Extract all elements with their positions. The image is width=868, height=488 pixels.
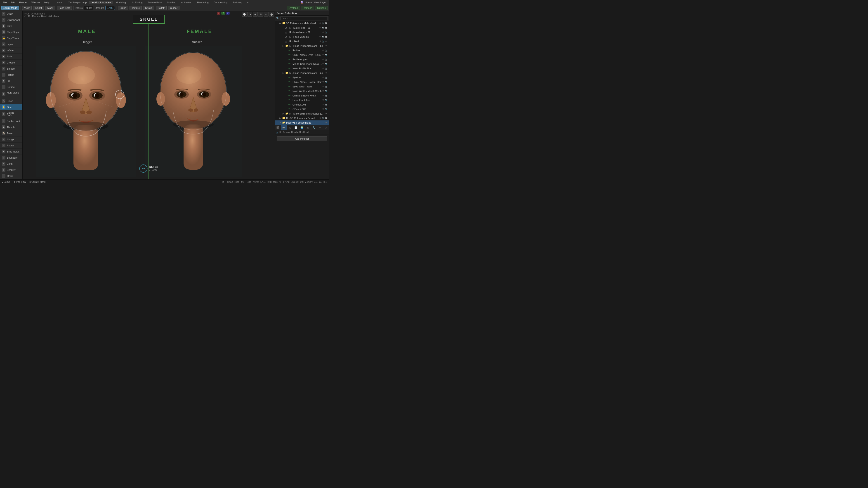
obj-props-tab[interactable]: ◉ [305, 125, 311, 130]
item-head-profile-tips[interactable]: ✏ Head Profile Tips 👁 📷 [275, 66, 329, 71]
falloff-btn[interactable]: Falloff [156, 6, 166, 10]
sculpt-mode-selector[interactable]: Sculpt Mode [1, 6, 19, 10]
tab-add[interactable]: + [245, 1, 251, 4]
options-btn[interactable]: Options [315, 6, 328, 10]
add-modifier-btn[interactable]: Add Modifier [277, 136, 327, 141]
vp-xray-btn[interactable]: □ [264, 12, 269, 17]
vp-render-btn[interactable]: ◕ [253, 12, 258, 17]
item-r-male-skull-muscles[interactable]: ▶ 📁 R - Male Skull and Muscles Em... 👁 [275, 111, 329, 116]
scene-props-tab[interactable]: 🎬 [275, 125, 281, 130]
tab-yansculpts-cmp[interactable]: YanSculpts_cmp [66, 1, 89, 4]
tool-multiplane[interactable]: ⊞ Multi-plane ... [0, 90, 22, 98]
collection-male-vs-female[interactable]: ▼ 📁 Male VS Female Head 👁 [275, 121, 329, 125]
collection-r-head-props[interactable]: ▶ 📁 R - Head Proportions and Tips 👁 [275, 43, 329, 48]
tool-clay-strips[interactable]: ▤ Clay Strips [0, 29, 22, 35]
particles-tab[interactable]: ✦ [317, 125, 323, 130]
menu-window[interactable]: Window [30, 1, 42, 4]
menu-file[interactable]: File [1, 1, 8, 4]
tool-draw-face[interactable]: ⬡ Draw Face ... [0, 179, 22, 180]
stroke-btn[interactable]: Stroke [143, 6, 154, 10]
render-props-tab[interactable]: 📷 [281, 125, 287, 130]
tab-compositing[interactable]: Compositing [211, 1, 230, 4]
tool-crease[interactable]: ∧ Crease [0, 60, 22, 66]
cursor-btn[interactable]: Cursor [168, 6, 180, 10]
vp-mat-btn[interactable]: ◑ [247, 12, 252, 17]
brush-btn[interactable]: Brush [118, 6, 128, 10]
item-r-skull[interactable]: △ R - Skull 👁 📷 18 [275, 39, 329, 43]
tool-clay-thumb[interactable]: 👍 Clay Thumb [0, 35, 22, 41]
strength-value[interactable]: 0.400 [105, 6, 115, 10]
item-r-male-head-02[interactable]: △ R - Male Head - 02 👁 📷 [275, 30, 329, 35]
item-head-front-tips[interactable]: ✏ Head Front Tips 👁 📷 [275, 98, 329, 102]
collection-3d-ref-male[interactable]: ▶ 📁 3D Reference - Male Head 👁 📷 🔘 [275, 21, 329, 26]
physics-tab[interactable]: ⚗ [323, 125, 329, 130]
tool-scrape[interactable]: ⋯ Scrape [0, 84, 22, 90]
tab-layout[interactable]: Layout [54, 1, 66, 4]
modifier-props-tab[interactable]: 🔧 [311, 125, 317, 130]
item-r-face-muscles[interactable]: △ R - Face Muscles 👁 📷 🔘 [275, 35, 329, 39]
texture-btn[interactable]: Texture [129, 6, 142, 10]
view-btn[interactable]: View [22, 6, 32, 10]
view-layer-props-tab[interactable]: 📑 [293, 125, 299, 130]
tab-animation[interactable]: Animation [179, 1, 194, 4]
tool-snake-hook[interactable]: ↗ Snake Hook [0, 118, 22, 124]
item-nose-width[interactable]: ✏ Nose Width - Mouth Width 👁 📷 [275, 89, 329, 93]
tool-blob[interactable]: ● Blob [0, 54, 22, 60]
mask-btn[interactable]: Mask [45, 6, 55, 10]
tool-pose[interactable]: 🦴 Pose [0, 130, 22, 136]
tool-layer[interactable]: ≡ Layer [0, 41, 22, 47]
tool-rotate[interactable]: ↻ Rotate [0, 142, 22, 149]
axis-x-btn[interactable]: X [217, 12, 221, 15]
tool-fill[interactable]: ▼ Fill [0, 78, 22, 84]
item-profile-angles[interactable]: ✏ Profile Angles 👁 📷 [275, 57, 329, 62]
tool-draw-sharp[interactable]: ✏ Draw Sharp [0, 17, 22, 23]
item-eyes-width-ears[interactable]: ✏ Eyes Width - Ears 👁 📷 [275, 84, 329, 89]
world-props-tab[interactable]: 🌍 [299, 125, 305, 130]
tool-simplify[interactable]: ◈ Simplify [0, 167, 22, 173]
tool-cloth[interactable]: ≋ Cloth [0, 161, 22, 167]
item-chin-neck[interactable]: ✏ Chin and Neck Width 👁 📷 [275, 93, 329, 98]
vp-sphere-btn[interactable]: ⚪ [242, 12, 247, 17]
viewport-area[interactable]: Front Orthographic (1) R - Female Head -… [23, 11, 275, 180]
axis-y-btn[interactable]: Y [221, 12, 225, 15]
item-mouth-corner[interactable]: ✏ Mouth Corner and Neck M... 👁 📷 [275, 62, 329, 66]
tool-thumb[interactable]: ◉ Thumb [0, 124, 22, 130]
vp-wire-btn[interactable]: ⊞ [258, 12, 263, 17]
tool-grab[interactable]: ✋ Grab [0, 104, 22, 110]
menu-edit[interactable]: Edit [9, 1, 17, 4]
tab-rendering[interactable]: Rendering [195, 1, 211, 4]
tool-smooth[interactable]: ~ Smooth [0, 66, 22, 72]
menu-render[interactable]: Render [18, 1, 29, 4]
axis-z-btn[interactable]: Z [226, 12, 230, 15]
item-r-male-head-01[interactable]: △ R - Male Head - 01 👁 📷 🔘 [275, 26, 329, 30]
tab-shading[interactable]: Shading [165, 1, 178, 4]
item-gpencil-006[interactable]: ✏ GPencil.006 👁 📷 [275, 102, 329, 107]
collection-r-head-props-2[interactable]: ▶ 📁 R - Head Proportions and Tips 👁 [275, 71, 329, 75]
tool-inflate[interactable]: ⊕ Inflate [0, 47, 22, 54]
radius-value[interactable]: 21 px [84, 6, 93, 10]
face-sets-btn[interactable]: Face Sets [57, 6, 72, 10]
sculpt-btn[interactable]: Sculpt [33, 6, 44, 10]
tab-yansculpts-main[interactable]: YanSculpts_main [89, 1, 113, 4]
tool-flatten[interactable]: — Flatten [0, 72, 22, 78]
tool-pinch[interactable]: ⋀ Pinch [0, 98, 22, 104]
tab-scripting[interactable]: Scripting [230, 1, 244, 4]
item-gpencil-007[interactable]: ✏ GPencil.007 👁 📷 [275, 107, 329, 111]
collection-r-3d-ref-female[interactable]: ▶ 📁 R - 3D Reference - Female Head 👁 📷 🔘 [275, 116, 329, 121]
tab-modeling[interactable]: Modeling [114, 1, 128, 4]
tab-uv-editing[interactable]: UV Editing [129, 1, 145, 4]
dyntopo-btn[interactable]: Dyntopo [287, 6, 300, 10]
tool-elastic-defo[interactable]: ⟲ Elastic Defo... [0, 110, 22, 118]
remesh-btn[interactable]: Remesh [301, 6, 314, 10]
vp-overlay-btn[interactable]: ⬤ [269, 12, 274, 17]
item-chin-nose-eyes[interactable]: ✏ Chin - Nose / Eyes - Ears 👁 📷 [275, 53, 329, 57]
tool-clay[interactable]: ◐ Clay [0, 23, 22, 29]
item-earline[interactable]: ✏ Earline 👁 📷 [275, 48, 329, 53]
menu-help[interactable]: Help [42, 1, 51, 4]
item-chin-nose-brows[interactable]: ✏ Chin - Nose - Brows - Hair 👁 📷 [275, 80, 329, 84]
tool-slide-relax[interactable]: ⇄ Slide Relax [0, 149, 22, 155]
search-input[interactable] [280, 16, 328, 20]
tool-mask[interactable]: ⬛ Mask [0, 173, 22, 179]
tab-texture-paint[interactable]: Texture Paint [145, 1, 164, 4]
item-eyeline[interactable]: ✏ Eyeline 👁 📷 [275, 75, 329, 80]
